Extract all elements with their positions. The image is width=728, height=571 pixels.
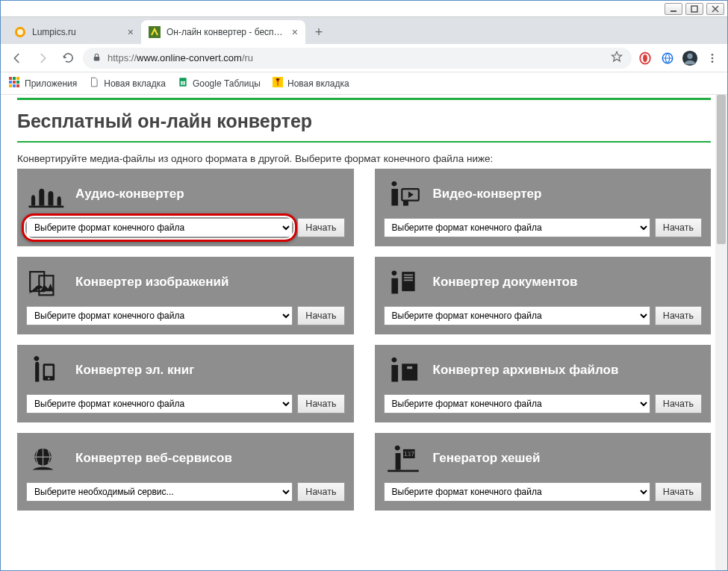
sheets-icon	[178, 77, 188, 90]
bookmark-item[interactable]: Новая вкладка	[89, 77, 166, 90]
titlebar	[1, 1, 727, 17]
svg-rect-32	[403, 275, 412, 276]
card-title: Конвертер документов	[433, 275, 578, 290]
browser-tab[interactable]: Он-лайн конвертер - бесплатно ×	[141, 20, 305, 44]
ebook-icon	[26, 354, 65, 387]
new-tab-button[interactable]: +	[308, 22, 329, 43]
svg-point-37	[48, 378, 50, 380]
svg-rect-1	[691, 6, 697, 12]
converter-card: Конвертер эл. книгВыберите формат конечн…	[17, 345, 354, 422]
start-button[interactable]: Начать	[655, 482, 702, 502]
tab-title: Lumpics.ru	[32, 27, 122, 37]
url-text: https://www.online-convert.com/ru	[108, 52, 253, 63]
hash-icon: 137	[384, 442, 423, 475]
converter-card: Конвертер документовВыберите формат коне…	[375, 257, 712, 334]
svg-rect-22	[16, 84, 19, 87]
svg-rect-20	[9, 84, 12, 87]
tab-close-icon[interactable]: ×	[292, 26, 298, 38]
svg-rect-17	[9, 81, 12, 84]
window-close-button[interactable]	[706, 3, 724, 15]
converter-card: Конвертер архивных файловВыберите формат…	[375, 345, 712, 422]
svg-point-10	[687, 53, 692, 58]
svg-rect-0	[671, 10, 676, 12]
format-select[interactable]: Выберите формат конечного файла	[26, 306, 293, 325]
format-select[interactable]: Выберите формат конечного файла	[384, 394, 650, 414]
format-select[interactable]: Выберите формат конечного файла	[26, 218, 293, 237]
start-button[interactable]: Начать	[297, 218, 344, 237]
bookmark-label: Приложения	[25, 78, 77, 89]
format-select[interactable]: Выберите необходимый сервис...	[26, 482, 293, 502]
converter-card: Видео-конвертерВыберите формат конечного…	[375, 169, 712, 246]
svg-point-13	[712, 60, 714, 63]
favicon-icon	[14, 26, 26, 38]
svg-point-11	[712, 54, 714, 56]
window-minimize-button[interactable]	[665, 3, 682, 15]
svg-rect-5	[94, 56, 100, 60]
svg-rect-21	[13, 84, 16, 87]
forward-button[interactable]	[32, 48, 53, 69]
lock-icon	[92, 52, 102, 64]
divider	[17, 141, 711, 143]
back-button[interactable]	[7, 48, 28, 69]
profile-avatar[interactable]	[681, 49, 699, 67]
card-title: Генератор хешей	[433, 451, 541, 466]
svg-rect-16	[16, 77, 19, 80]
format-select[interactable]: Выберите формат конечного файла	[384, 482, 650, 502]
svg-rect-26	[28, 206, 63, 208]
svg-rect-44	[388, 470, 419, 472]
card-title: Конвертер веб-сервисов	[75, 451, 232, 466]
browser-tab[interactable]: Lumpics.ru ×	[7, 20, 141, 44]
bookmark-label: Новая вкладка	[104, 78, 166, 89]
web-icon	[26, 442, 65, 475]
bookmark-label: Новая вкладка	[287, 78, 349, 89]
browser-menu-button[interactable]	[703, 49, 721, 67]
converter-card: Конвертер изображенийВыберите формат кон…	[17, 257, 354, 334]
format-select[interactable]: Выберите формат конечного файла	[26, 394, 293, 414]
tab-title: Он-лайн конвертер - бесплатно	[167, 27, 286, 37]
format-select[interactable]: Выберите формат конечного файла	[384, 218, 650, 237]
yandex-icon	[273, 77, 283, 90]
svg-rect-34	[403, 280, 412, 281]
vertical-scrollbar[interactable]	[715, 95, 727, 570]
start-button[interactable]: Начать	[297, 394, 344, 414]
start-button[interactable]: Начать	[655, 218, 702, 237]
apps-grid-icon	[8, 76, 20, 90]
svg-point-12	[712, 57, 714, 59]
bookmarks-bar: Приложения Новая вкладка Google Таблицы …	[1, 72, 727, 95]
extension-globe-icon[interactable]	[659, 49, 676, 67]
bookmark-apps[interactable]: Приложения	[8, 76, 77, 90]
start-button[interactable]: Начать	[297, 306, 344, 325]
converter-card: Аудио-конвертерВыберите формат конечного…	[17, 169, 354, 246]
svg-point-3	[17, 29, 23, 35]
extension-opera-icon[interactable]	[636, 49, 654, 67]
favicon-icon	[149, 26, 161, 38]
svg-text:137: 137	[403, 451, 414, 458]
bookmark-label: Google Таблицы	[193, 78, 261, 89]
scrollbar-thumb[interactable]	[717, 95, 726, 244]
format-select[interactable]: Выберите формат конечного файла	[384, 306, 650, 325]
svg-rect-18	[13, 81, 16, 84]
start-button[interactable]: Начать	[297, 482, 344, 502]
card-title: Конвертер изображений	[75, 275, 228, 290]
converter-card: Конвертер веб-сервисовВыберите необходим…	[17, 433, 354, 511]
svg-point-7	[643, 54, 647, 62]
card-title: Видео-конвертер	[433, 187, 542, 202]
browser-toolbar: https://www.online-convert.com/ru	[1, 44, 727, 72]
bookmark-star-icon[interactable]	[611, 51, 623, 65]
svg-rect-19	[16, 81, 19, 84]
reload-button[interactable]	[57, 48, 78, 69]
start-button[interactable]: Начать	[655, 306, 702, 325]
page-title: Бесплатный он-лайн конвертер	[17, 110, 711, 132]
page-icon	[89, 77, 99, 90]
browser-tabstrip: Lumpics.ru × Он-лайн конвертер - бесплат…	[1, 17, 727, 44]
window-maximize-button[interactable]	[685, 3, 703, 15]
svg-rect-15	[13, 77, 16, 80]
page-lead: Конвертируйте медиа-файлы из одного форм…	[17, 153, 711, 164]
bookmark-item[interactable]: Google Таблицы	[178, 77, 261, 90]
archive-icon	[384, 354, 423, 387]
bookmark-item[interactable]: Новая вкладка	[273, 77, 349, 90]
start-button[interactable]: Начать	[655, 394, 702, 414]
svg-rect-36	[45, 366, 52, 376]
address-bar[interactable]: https://www.online-convert.com/ru	[83, 48, 632, 69]
tab-close-icon[interactable]: ×	[128, 26, 134, 38]
